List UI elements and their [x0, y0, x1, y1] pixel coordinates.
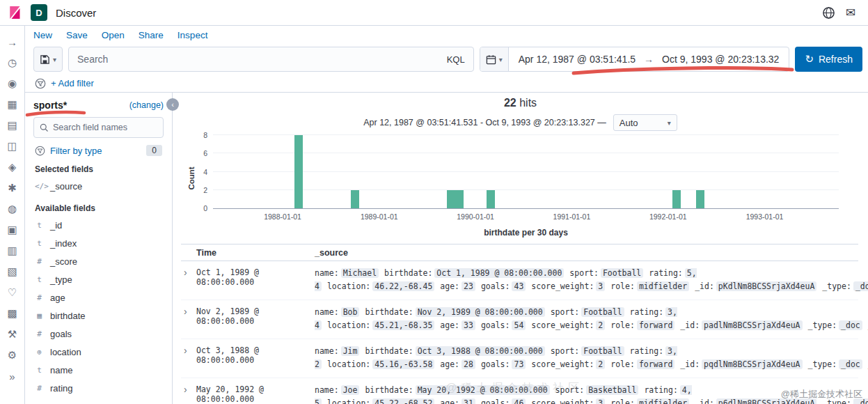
field-_index[interactable]: t_index — [33, 234, 164, 252]
expand-row-button[interactable]: › — [181, 384, 196, 404]
collapse-sidebar-button[interactable]: ‹ — [166, 98, 179, 111]
start-date-button[interactable]: Apr 12, 1987 @ 03:51:41.5 — [519, 54, 636, 65]
menu-new-link[interactable]: New — [33, 30, 52, 40]
index-pattern-name[interactable]: sports* — [33, 100, 67, 111]
management-app-icon[interactable]: ⚙ — [2, 345, 23, 366]
hits-count: 22 — [504, 97, 516, 109]
kql-toggle[interactable]: KQL — [447, 54, 465, 65]
field-type-icon: ▦ — [35, 311, 44, 320]
change-index-pattern-link[interactable]: (change) — [129, 100, 164, 110]
menu-share-link[interactable]: Share — [139, 30, 164, 40]
filter-by-type-label: Filter by type — [50, 146, 102, 156]
histogram-bar[interactable] — [447, 190, 455, 208]
saved-query-menu-button[interactable]: ▾ — [33, 47, 63, 72]
kibana-logo-icon[interactable] — [6, 3, 24, 22]
column-header-time[interactable]: Time — [181, 248, 315, 258]
logs-app-icon[interactable]: ▥ — [2, 240, 23, 261]
histogram-bar[interactable] — [455, 190, 464, 208]
maps-app-icon[interactable]: ◈ — [2, 157, 23, 178]
fields-sidebar: ‹ sports* (change) — [25, 93, 173, 404]
chevron-down-icon: ▾ — [53, 56, 56, 63]
row-source: name:Michaelbirthdate:Oct 1, 1989 @ 08:0… — [315, 267, 858, 293]
graph-app-icon[interactable]: ◍ — [2, 199, 23, 219]
field-name: _id: — [695, 281, 714, 291]
field-value: pqdlNm8BCSSrjaXd4euA — [702, 359, 802, 369]
recently-viewed-icon[interactable]: ◷ — [2, 52, 23, 73]
add-filter-button[interactable]: + Add filter — [51, 78, 94, 88]
visualize-app-icon[interactable]: ▦ — [2, 94, 23, 115]
histogram-bar[interactable] — [294, 135, 303, 208]
interval-select[interactable]: Auto ▾ — [613, 114, 677, 131]
siem-app-icon[interactable]: ▩ — [2, 303, 23, 324]
field-value: 3 — [596, 281, 605, 291]
main-content: NewSaveOpenShareInspect ▾ KQL — [25, 26, 868, 404]
field-name: _type: — [808, 320, 837, 330]
field-_source[interactable]: </>_source — [33, 177, 164, 195]
histogram-bar[interactable] — [672, 190, 681, 208]
menu-open-link[interactable]: Open — [102, 30, 125, 40]
expand-row-button[interactable]: › — [181, 306, 196, 332]
row-time: May 20, 1992 @ 08:00:00.000 — [196, 384, 315, 404]
menu-inspect-link[interactable]: Inspect — [177, 30, 208, 40]
field-name: location — [50, 347, 81, 357]
y-axis-title: Count — [187, 166, 196, 189]
field-goals[interactable]: #goals — [33, 325, 164, 343]
dev-tools-app-icon[interactable]: ⚒ — [2, 324, 23, 345]
canvas-app-icon[interactable]: ◫ — [2, 136, 23, 157]
field-_id[interactable]: t_id — [33, 216, 164, 234]
dashboard-app-icon[interactable]: ▤ — [2, 115, 23, 136]
nav-expand-icon[interactable]: → — [2, 31, 23, 52]
calendar-icon — [486, 54, 496, 65]
field-value: pKdlNm8BCSSrjaXd4euA — [716, 281, 816, 291]
field-rating[interactable]: #rating — [33, 379, 164, 397]
x-axis-tick-label: 1990-01-01 — [457, 212, 494, 221]
field-_score[interactable]: #_score — [33, 252, 164, 270]
discover-app-icon[interactable]: ◉ — [2, 73, 23, 94]
machine-learning-app-icon[interactable]: ✱ — [2, 178, 23, 199]
field-name: _score — [50, 256, 77, 267]
row-time: Oct 3, 1988 @ 08:00:00.000 — [196, 345, 315, 371]
search-input[interactable] — [77, 54, 441, 65]
x-axis-tick-label: 1992-01-01 — [649, 212, 687, 221]
metrics-app-icon[interactable]: ▣ — [2, 219, 23, 240]
apm-app-icon[interactable]: ▧ — [2, 261, 23, 282]
field-_type[interactable]: t_type — [33, 270, 164, 288]
histogram-bar[interactable] — [696, 190, 704, 208]
field-name: name: — [315, 385, 339, 395]
field-value: 3 — [596, 398, 605, 404]
date-quick-menu-button[interactable]: ▾ — [480, 47, 509, 71]
field-value: Jim — [341, 346, 360, 356]
filter-icon[interactable] — [35, 78, 46, 89]
discover-menu: NewSaveOpenShareInspect — [25, 26, 868, 44]
filter-by-type-button[interactable]: Filter by type 0 — [35, 145, 162, 156]
expand-row-button[interactable]: › — [181, 345, 196, 371]
field-location[interactable]: ⊕location — [33, 343, 164, 361]
field-name: goals — [50, 329, 72, 339]
field-name: role: — [610, 359, 635, 369]
uptime-app-icon[interactable]: ♡ — [2, 282, 23, 303]
field-name: location: — [327, 281, 370, 291]
field-age[interactable]: #age — [33, 288, 164, 306]
collapse-nav-icon[interactable]: » — [2, 366, 23, 387]
expand-row-button[interactable]: › — [181, 267, 196, 293]
field-value: Nov 2, 1989 @ 08:00:00.000 — [416, 307, 545, 317]
menu-save-link[interactable]: Save — [66, 30, 88, 40]
histogram-bar[interactable] — [351, 190, 359, 208]
mail-icon[interactable]: ✉ — [843, 5, 858, 20]
time-range-row: Apr 12, 1987 @ 03:51:41.531 - Oct 9, 199… — [173, 114, 868, 131]
query-bar: ▾ KQL ▾ — [25, 44, 868, 75]
histogram-bar[interactable] — [487, 190, 495, 208]
field-value: forward — [637, 359, 674, 369]
end-date-button[interactable]: Oct 9, 1993 @ 20:23:13.32 — [662, 54, 779, 65]
space-avatar[interactable]: D — [31, 4, 47, 21]
refresh-button[interactable]: ↻ Refresh — [795, 47, 862, 72]
field-birthdate[interactable]: ▦birthdate — [33, 306, 164, 325]
hits-label: hits — [519, 97, 537, 109]
field-search-input[interactable] — [53, 123, 157, 132]
field-name: _id: — [680, 359, 700, 369]
field-name: birthdate — [50, 311, 86, 321]
globe-icon[interactable] — [821, 5, 836, 20]
field-name: _index — [50, 238, 77, 249]
field-name[interactable]: tname — [33, 361, 164, 379]
y-axis-tick-label: 8 — [203, 131, 207, 139]
